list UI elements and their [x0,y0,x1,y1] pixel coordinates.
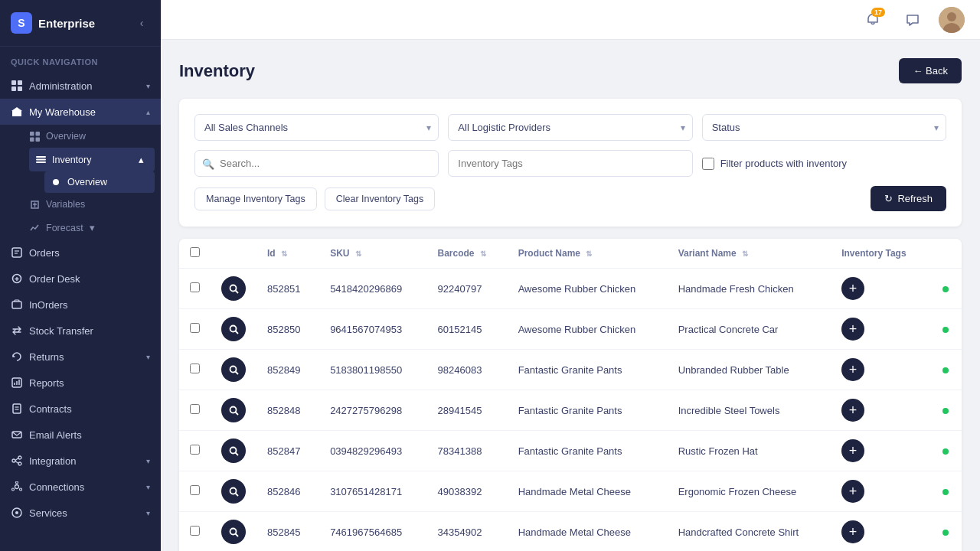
sidebar-item-my-warehouse[interactable]: My Warehouse ▴ [0,99,161,125]
inventory-table: Id ⇅ SKU ⇅ Barcode ⇅ Product Name ⇅ Vari… [179,239,962,551]
row-checkbox[interactable] [190,445,200,455]
add-tag-button[interactable]: + [841,480,864,503]
row-checkbox[interactable] [190,364,200,373]
sidebar-item-email-alerts[interactable]: Email Alerts [0,422,161,448]
svg-rect-8 [36,156,46,158]
sidebar-item-variables[interactable]: Variables [29,193,161,216]
content-area: Inventory ← Back All Sales Channels All … [161,40,980,551]
svg-point-30 [15,485,19,489]
row-checkbox[interactable] [190,526,200,536]
sidebar-item-services[interactable]: Services ▾ [0,500,161,526]
th-barcode: Barcode ⇅ [427,239,508,269]
sidebar-collapse-btn[interactable]: ‹ [133,15,150,31]
svg-point-32 [20,488,22,491]
logistic-provider-select[interactable]: All Logistic Providers [448,114,692,141]
clear-inventory-tags-button[interactable]: Clear Inventory Tags [325,187,435,210]
add-tag-button[interactable]: + [841,399,864,422]
add-tag-button[interactable]: + [841,439,864,462]
row-search-button[interactable] [221,317,246,341]
status-select[interactable]: Status [702,114,946,141]
sort-barcode-icon[interactable]: ⇅ [480,249,486,258]
row-sku: 5183801198550 [319,350,426,390]
search-input[interactable] [194,150,439,177]
row-product-name: Awesome Rubber Chicken [508,309,668,350]
sidebar-item-stock-transfer[interactable]: Stock Transfer [0,318,161,344]
svg-point-27 [18,462,21,465]
sidebar-item-overview[interactable]: Overview [29,125,161,148]
sidebar-item-administration[interactable]: Administration ▾ [0,73,161,99]
returns-icon [11,350,23,363]
manage-inventory-tags-button[interactable]: Manage Inventory Tags [194,187,317,210]
row-id: 852851 [256,269,319,309]
sidebar-sub-label: Overview [46,131,86,142]
row-checkbox[interactable] [190,404,200,414]
row-search-button[interactable] [221,398,246,422]
row-checkbox[interactable] [190,485,200,495]
filter-inventory-checkbox[interactable] [702,158,714,170]
row-tags-cell: + [831,350,929,390]
row-search-button[interactable] [221,479,246,504]
inventory-table-wrapper: Id ⇅ SKU ⇅ Barcode ⇅ Product Name ⇅ Vari… [179,239,962,551]
sort-product-icon[interactable]: ⇅ [586,249,592,258]
status-dot [942,448,949,455]
svg-rect-9 [36,159,46,161]
sidebar-sub-label: Variables [46,199,85,210]
row-tags-cell: + [831,431,929,471]
sidebar-item-inorders[interactable]: InOrders [0,292,161,318]
row-search-cell [211,390,256,431]
filter-card: All Sales Channels All Logistic Provider… [179,99,962,227]
sidebar-item-inventory[interactable]: Inventory ▴ [29,148,155,171]
svg-point-40 [230,325,236,331]
row-status-cell [930,269,962,309]
add-tag-button[interactable]: + [841,318,864,341]
row-search-button[interactable] [221,357,246,382]
chat-button[interactable] [899,6,926,34]
sidebar-item-contracts[interactable]: Contracts [0,396,161,422]
sort-id-icon[interactable]: ⇅ [281,249,287,258]
back-button[interactable]: ← Back [899,58,962,83]
brand-name: Enterprise [38,17,95,30]
sidebar-item-forecast[interactable]: Forecast ▾ [29,216,161,240]
chevron-down-icon: ▾ [146,457,150,465]
row-checkbox[interactable] [190,323,200,333]
sales-channel-select[interactable]: All Sales Channels [194,114,439,141]
sort-sku-icon[interactable]: ⇅ [355,249,361,258]
chevron-up-icon: ▴ [139,154,144,165]
sidebar-item-inv-overview[interactable]: Overview [44,171,155,193]
circle-icon [51,177,61,187]
forecast-icon [29,223,40,233]
svg-line-43 [235,371,238,374]
add-tag-button[interactable]: + [841,358,864,381]
sidebar-item-returns[interactable]: Returns ▾ [0,344,161,370]
inventory-tags-input[interactable] [448,150,692,177]
th-variant-name: Variant Name ⇅ [668,239,831,269]
sidebar-item-orders[interactable]: Orders [0,240,161,266]
user-avatar[interactable] [939,7,965,33]
brand-icon: S [11,12,32,34]
order-desk-icon [11,272,23,285]
th-inventory-tags: Inventory Tags [831,239,929,269]
filter-row-2: 🔍 Filter products with inventory [194,150,946,177]
row-search-button[interactable] [221,276,246,301]
sidebar-item-integration[interactable]: Integration ▾ [0,448,161,474]
sort-variant-icon[interactable]: ⇅ [742,249,748,258]
row-search-button[interactable] [221,439,246,463]
action-buttons-left: Manage Inventory Tags Clear Inventory Ta… [194,187,435,210]
notifications-bell-button[interactable]: 17 [859,6,887,34]
table-row: 852849 5183801198550 98246083 Fantastic … [179,350,962,390]
row-search-button[interactable] [221,520,246,544]
refresh-button[interactable]: ↻ Refresh [871,186,946,211]
status-dot [942,286,949,292]
row-sku: 2427275796298 [319,390,426,431]
add-tag-button[interactable]: + [841,277,864,300]
sidebar-item-connections[interactable]: Connections ▾ [0,474,161,500]
svg-line-51 [235,533,238,536]
row-checkbox[interactable] [190,282,200,292]
svg-rect-0 [11,80,16,85]
add-tag-button[interactable]: + [841,520,864,543]
sidebar-sub-label: Forecast [46,223,83,233]
sidebar-item-reports[interactable]: Reports [0,370,161,396]
row-status-cell [930,309,962,350]
sidebar-item-order-desk[interactable]: Order Desk [0,266,161,292]
select-all-checkbox[interactable] [190,247,200,257]
